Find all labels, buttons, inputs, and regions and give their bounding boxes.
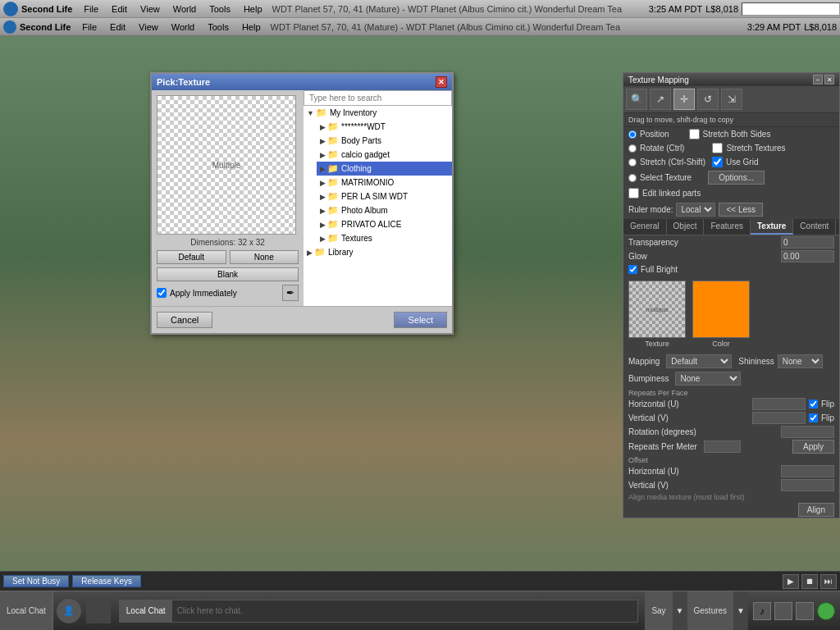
less-button[interactable]: << Less	[719, 203, 763, 217]
stretch-label: Stretch (Ctrl-Shift)	[640, 158, 705, 167]
menu2-file[interactable]: File	[79, 21, 100, 34]
gestures-button[interactable]: Gestures	[687, 591, 734, 630]
edit-linked-checkbox[interactable]	[628, 188, 639, 199]
tab-object[interactable]: Object	[667, 219, 705, 235]
inventory-tree: ▼ 📁 My Inventory ▶ 📁 ********WDT ▶ 📁 Bod…	[304, 106, 452, 306]
comm-icon[interactable]	[86, 599, 111, 623]
menu2-tools[interactable]: Tools	[204, 21, 232, 34]
apply-button[interactable]: Apply	[792, 440, 834, 454]
cancel-button[interactable]: Cancel	[157, 312, 212, 328]
mapping-select[interactable]: Default	[666, 354, 732, 368]
release-keys-button[interactable]: Release Keys	[72, 575, 141, 587]
local-chat-tab[interactable]: Local Chat	[0, 591, 53, 630]
scale-tool[interactable]: ⇲	[721, 89, 742, 110]
offset-v-input[interactable]: 0.000	[781, 479, 834, 491]
apply-immediately-checkbox[interactable]	[157, 288, 167, 298]
arrow-tool[interactable]: ↗	[650, 89, 671, 110]
tree-item-textures[interactable]: ▶ 📁 Textures	[317, 231, 452, 245]
use-grid-checkbox[interactable]	[712, 157, 723, 167]
gestures-dropdown-arrow[interactable]: ▼	[733, 591, 748, 630]
inventory-search-input[interactable]	[304, 90, 452, 106]
vertical-v-input[interactable]: 1.000	[752, 412, 806, 424]
texture-swatch[interactable]: multiple	[628, 281, 686, 338]
transparency-row: Transparency	[623, 235, 839, 249]
menu2-edit[interactable]: Edit	[107, 21, 129, 34]
media-vol-icon[interactable]	[774, 602, 792, 620]
settings-icon[interactable]	[796, 602, 814, 620]
close-button[interactable]: ✕	[824, 75, 834, 84]
transparency-label: Transparency	[628, 238, 678, 247]
move-tool[interactable]: ✛	[673, 89, 695, 110]
media-play-btn[interactable]: ▶	[783, 574, 799, 589]
menu-file[interactable]: File	[80, 2, 102, 16]
arrow-icon: ▶	[320, 221, 326, 229]
menu-tools[interactable]: Tools	[206, 2, 234, 16]
rotate-radio[interactable]	[628, 144, 637, 153]
magnify-tool[interactable]: 🔍	[626, 89, 647, 110]
eyedropper-tool[interactable]: ✒	[282, 285, 299, 301]
tab-texture[interactable]: Texture	[751, 219, 793, 235]
say-dropdown-arrow[interactable]: ▼	[673, 591, 687, 630]
select-button[interactable]: Select	[394, 312, 447, 328]
menu-edit[interactable]: Edit	[108, 2, 130, 16]
media-next-btn[interactable]: ⏭	[820, 574, 837, 589]
transparency-input[interactable]	[781, 236, 834, 249]
tree-item-my-inventory[interactable]: ▼ 📁 My Inventory	[304, 106, 452, 120]
menu2-help[interactable]: Help	[239, 21, 264, 34]
blank-button[interactable]: Blank	[157, 267, 299, 281]
flip-h-checkbox[interactable]	[809, 399, 818, 409]
ruler-mode-select[interactable]: Local	[676, 203, 715, 217]
media-stop-btn[interactable]: ⏹	[801, 574, 818, 589]
horizontal-u-input[interactable]: 1.000	[752, 398, 806, 410]
tree-item-library[interactable]: ▶ 📁 Library	[304, 245, 452, 259]
menu2-world[interactable]: World	[168, 21, 199, 34]
full-bright-checkbox[interactable]	[628, 265, 637, 274]
offset-v-row: Vertical (V) 0.000	[623, 478, 839, 492]
tree-item-photo-album[interactable]: ▶ 📁 Photo Album	[317, 203, 452, 217]
tab-features[interactable]: Features	[704, 219, 750, 235]
tree-item-per-la-sim[interactable]: ▶ 📁 PER LA SIM WDT	[317, 189, 452, 203]
color-swatch[interactable]	[692, 281, 750, 338]
stretch-both-sides-checkbox[interactable]	[689, 129, 700, 139]
none-button[interactable]: None	[230, 250, 299, 264]
position-radio[interactable]	[628, 130, 637, 139]
tree-item-matrimonio[interactable]: ▶ 📁 MATRIMONIO	[317, 176, 452, 189]
rotation-input[interactable]: 0.00	[781, 426, 834, 438]
set-not-busy-button[interactable]: Set Not Busy	[3, 575, 69, 587]
select-texture-radio[interactable]	[628, 174, 637, 182]
default-button[interactable]: Default	[157, 250, 226, 264]
bumpiness-select[interactable]: None	[675, 372, 741, 386]
menu-world[interactable]: World	[170, 2, 200, 16]
menu-view[interactable]: View	[137, 2, 163, 16]
stretch-textures-checkbox[interactable]	[712, 143, 723, 153]
glow-input[interactable]	[781, 250, 834, 262]
texture-preview-image[interactable]: Multiple	[157, 95, 296, 235]
options-button[interactable]: Options...	[708, 171, 765, 185]
tree-item-clothing[interactable]: ▶ 📁 Clothing	[317, 162, 452, 176]
menu2-view[interactable]: View	[135, 21, 162, 34]
flip-v-checkbox[interactable]	[809, 413, 818, 422]
status-indicator[interactable]	[817, 602, 835, 620]
chat-input[interactable]	[172, 606, 638, 615]
music-icon[interactable]: ♪	[753, 602, 771, 620]
stretch-radio[interactable]	[628, 158, 637, 167]
tree-item-calcio[interactable]: ▶ 📁 calcio gadget	[317, 148, 452, 162]
menu-help[interactable]: Help	[240, 2, 266, 16]
shininess-select[interactable]: None	[778, 354, 823, 368]
align-button[interactable]: Align	[798, 503, 834, 517]
tree-item-wdt[interactable]: ▶ 📁 ********WDT	[317, 120, 452, 134]
search-input[interactable]	[742, 2, 840, 16]
tab-content[interactable]: Content	[793, 219, 836, 235]
pick-texture-close[interactable]: ✕	[436, 76, 447, 88]
tab-general[interactable]: General	[623, 219, 667, 235]
say-button[interactable]: Say	[645, 591, 672, 630]
offset-h-input[interactable]: 0.000	[781, 465, 834, 477]
texture-mapping-panel: Texture Mapping − ✕ 🔍 ↗ ✛ ↺ ⇲ Drag to mo…	[623, 72, 840, 518]
minimize-button[interactable]: −	[813, 75, 823, 84]
blank-button-row: Blank	[157, 267, 299, 281]
rotate-tool[interactable]: ↺	[697, 89, 719, 110]
taskbar-right-controls: ♪	[753, 602, 835, 620]
tree-item-privato-alice[interactable]: ▶ 📁 PRIVATO ALICE	[317, 217, 452, 231]
repeats-meter-input[interactable]: 4.0	[704, 441, 741, 453]
tree-item-body-parts[interactable]: ▶ 📁 Body Parts	[317, 134, 452, 148]
